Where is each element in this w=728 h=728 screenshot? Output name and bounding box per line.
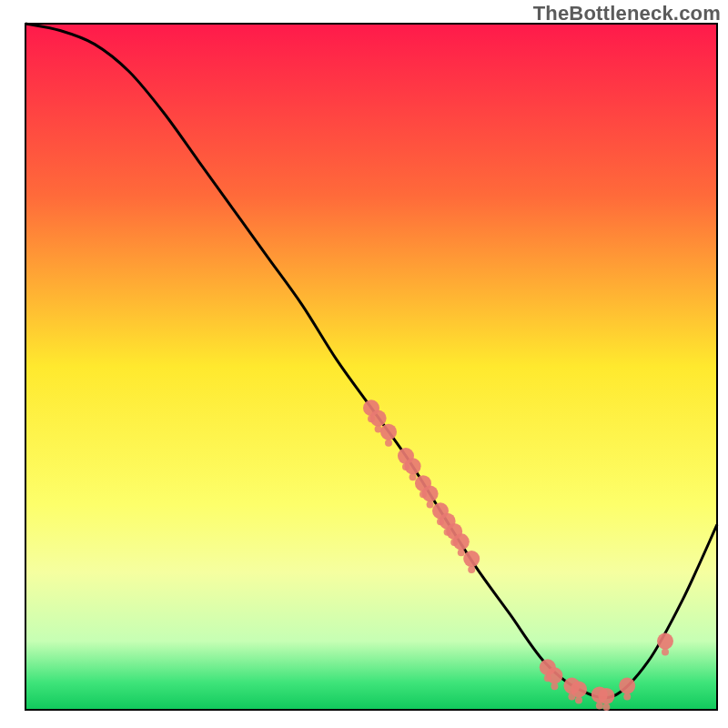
data-point: [619, 678, 635, 694]
data-point: [463, 551, 480, 567]
data-point-tick: [427, 500, 434, 508]
data-point: [598, 688, 614, 704]
data-point-tick: [385, 440, 392, 447]
data-point-tick: [458, 549, 465, 556]
data-point-tick: [602, 703, 610, 711]
data-point-tick: [551, 682, 558, 690]
data-point-tick: [662, 649, 669, 656]
chart-container: TheBottleneck.com: [0, 0, 728, 728]
data-point: [657, 633, 673, 650]
data-point: [571, 681, 587, 697]
attribution-label: TheBottleneck.com: [533, 2, 721, 25]
data-point-tick: [596, 702, 603, 709]
data-point-tick: [575, 696, 582, 703]
data-point: [422, 485, 439, 501]
plot-background: [25, 24, 717, 710]
data-point: [405, 458, 421, 474]
bottleneck-chart: [0, 0, 728, 728]
data-point: [453, 533, 470, 550]
data-point-tick: [468, 566, 475, 573]
data-point: [380, 424, 397, 440]
data-point-tick: [410, 473, 417, 480]
data-point-tick: [623, 693, 631, 701]
data-point: [370, 410, 387, 427]
data-point: [546, 667, 562, 683]
